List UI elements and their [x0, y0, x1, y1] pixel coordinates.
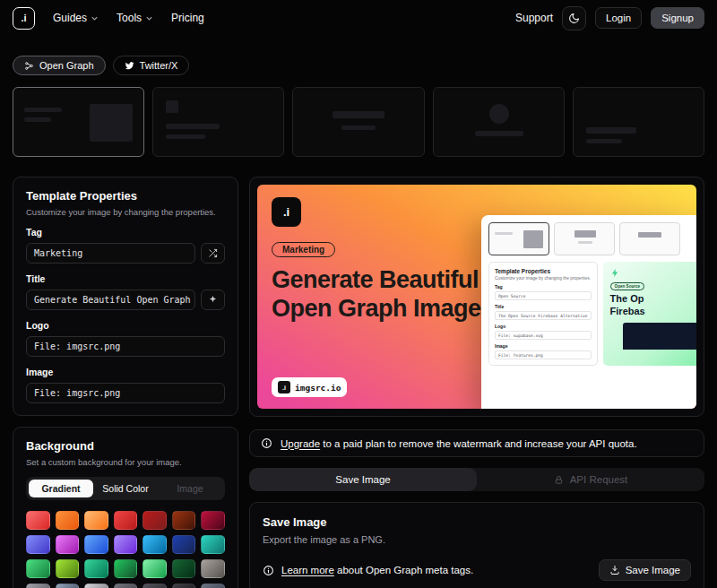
thumbnail-sketch — [574, 230, 596, 238]
gradient-swatch-18[interactable] — [114, 559, 138, 578]
learn-more-link[interactable]: Learn more — [281, 565, 334, 575]
inner-tag-label: Tag — [495, 284, 592, 290]
logo-label: Logo — [26, 320, 225, 331]
gradient-swatch-23[interactable] — [56, 584, 80, 588]
inner-image-input: File: features.png — [495, 350, 592, 359]
app-logo[interactable]: .i — [13, 7, 35, 30]
inner-panel-subtitle: Customize your image by changing the pro… — [495, 276, 592, 281]
upgrade-link[interactable]: Upgrade — [281, 438, 320, 449]
gradient-swatch-13[interactable] — [172, 535, 196, 554]
preview-title: Generate Beautiful Open Graph Images — [272, 265, 514, 324]
save-image-panel: Save Image Export the image as a PNG. Le… — [249, 502, 704, 588]
template-thumbnail-3[interactable] — [292, 87, 424, 157]
title-label: Title — [26, 273, 225, 284]
background-type-tabs: Gradient Solid Color Image — [26, 477, 225, 500]
gradient-swatch-26[interactable] — [143, 584, 167, 588]
tab-open-graph[interactable]: Open Graph — [13, 56, 106, 75]
tab-image[interactable]: Image — [158, 480, 222, 497]
gradient-swatch-7[interactable] — [201, 511, 225, 530]
thumbnail-sketch — [475, 131, 523, 136]
gradient-swatch-1[interactable] — [26, 511, 50, 530]
tab-twitter-x[interactable]: Twitter/X — [113, 56, 190, 75]
gradient-swatch-5[interactable] — [143, 511, 167, 530]
template-thumbnail-2[interactable] — [152, 87, 284, 157]
tab-api-request[interactable]: API Request — [477, 468, 704, 491]
tab-twitter-x-label: Twitter/X — [140, 60, 178, 71]
gradient-swatch-28[interactable] — [201, 584, 225, 588]
signup-button[interactable]: Signup — [651, 7, 704, 29]
gradient-swatch-15[interactable] — [26, 559, 50, 578]
gradient-swatch-6[interactable] — [172, 511, 196, 530]
learn-more-text: Learn more about Open Graph meta tags. — [281, 565, 473, 575]
save-image-button[interactable]: Save Image — [599, 559, 691, 581]
shuffle-icon — [208, 248, 218, 258]
login-button[interactable]: Login — [595, 7, 642, 29]
learn-more-row: Learn more about Open Graph meta tags. — [263, 565, 473, 576]
chevron-down-icon — [91, 14, 99, 22]
shuffle-tag-button[interactable] — [201, 243, 225, 264]
background-panel: Background Set a custom background for y… — [13, 427, 238, 588]
gradient-swatch-20[interactable] — [172, 559, 196, 578]
title-input[interactable]: Generate Beautiful Open Graph Images — [26, 290, 195, 310]
image-file-input[interactable]: File: imgsrc.png — [26, 383, 225, 403]
logo-file-input[interactable]: File: imgsrc.png — [26, 336, 225, 357]
template-thumbnail-5[interactable] — [573, 87, 704, 157]
thumbnail-sketch — [166, 124, 220, 129]
gradient-swatch-24[interactable] — [84, 584, 108, 588]
tab-gradient[interactable]: Gradient — [29, 480, 93, 497]
action-tabs: Save Image API Request — [249, 468, 704, 491]
template-thumbnail-1[interactable] — [13, 87, 144, 157]
tab-save-image-label: Save Image — [335, 474, 390, 485]
shuffle-title-button[interactable] — [201, 290, 225, 310]
nav-support[interactable]: Support — [515, 12, 553, 24]
learn-more-rest: about Open Graph meta tags. — [337, 565, 473, 575]
tab-api-request-label: API Request — [570, 474, 628, 485]
inner-thumbnail-1 — [488, 222, 549, 255]
inner-thumbnail-2 — [554, 222, 615, 255]
preview-inner-screenshot: Template Properties Customize your image… — [481, 215, 696, 409]
preview-tag-badge: Marketing — [272, 242, 335, 257]
inner-mini-title-line1: The Op — [610, 293, 644, 304]
inner-mini-title-line2: Firebas — [610, 306, 645, 316]
sparkle-icon — [208, 295, 218, 305]
download-icon — [609, 565, 620, 575]
inner-title-input: The Open Source Firebase Alternative — [495, 311, 592, 320]
gradient-swatch-16[interactable] — [56, 559, 80, 578]
gradient-swatch-25[interactable] — [114, 584, 138, 588]
upgrade-text: Upgrade to a paid plan to remove the wat… — [281, 438, 637, 449]
gradient-swatch-19[interactable] — [143, 559, 167, 578]
gradient-swatch-22[interactable] — [26, 584, 50, 588]
gradient-swatch-27[interactable] — [172, 584, 196, 588]
tab-solid-color[interactable]: Solid Color — [93, 480, 158, 497]
theme-toggle-button[interactable] — [562, 6, 586, 30]
template-properties-panel: Template Properties Customize your image… — [13, 177, 238, 416]
nav-pricing[interactable]: Pricing — [171, 12, 204, 24]
gradient-swatch-12[interactable] — [143, 535, 167, 554]
nav-pricing-label: Pricing — [171, 12, 204, 24]
save-image-button-label: Save Image — [626, 565, 680, 575]
gradient-swatch-11[interactable] — [114, 535, 138, 554]
template-thumbnails — [0, 87, 717, 157]
gradient-swatch-9[interactable] — [56, 535, 80, 554]
gradient-swatch-4[interactable] — [114, 511, 138, 530]
gradient-swatch-3[interactable] — [84, 511, 108, 530]
thumbnail-sketch — [90, 104, 133, 142]
tab-save-image[interactable]: Save Image — [249, 468, 477, 491]
inner-mini-badge: Open Source — [610, 282, 645, 290]
gradient-swatch-10[interactable] — [84, 535, 108, 554]
gradient-swatch-14[interactable] — [201, 535, 225, 554]
navbar: .i Guides Tools Pricing Support Login Si… — [0, 0, 717, 36]
thumbnail-sketch — [495, 232, 513, 235]
template-thumbnail-4[interactable] — [433, 87, 565, 157]
gradient-swatch-8[interactable] — [26, 535, 50, 554]
thumbnail-sketch — [638, 232, 661, 238]
thumbnail-sketch — [166, 100, 178, 113]
chevron-down-icon — [145, 14, 153, 22]
gradient-swatch-21[interactable] — [201, 559, 225, 578]
gradient-swatch-17[interactable] — [84, 559, 108, 578]
gradient-swatch-2[interactable] — [56, 511, 80, 530]
tag-input[interactable]: Marketing — [26, 243, 195, 264]
save-panel-subtitle: Export the image as a PNG. — [263, 534, 691, 545]
nav-tools[interactable]: Tools — [117, 12, 153, 24]
nav-guides[interactable]: Guides — [53, 12, 99, 24]
